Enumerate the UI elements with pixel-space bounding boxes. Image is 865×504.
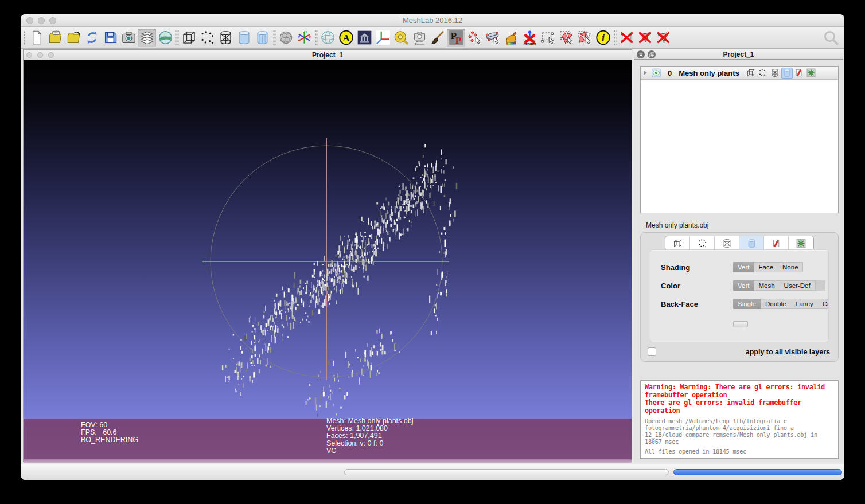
visibility-eye-icon[interactable] xyxy=(650,68,662,78)
layer-redslash-toggle[interactable] xyxy=(793,68,805,79)
corneraxes-icon xyxy=(375,30,391,45)
viewport-scrollbar[interactable] xyxy=(344,469,669,475)
export-mesh-button[interactable] xyxy=(101,29,119,47)
select-connected-button[interactable] xyxy=(575,29,594,47)
render-wireframe-button[interactable] xyxy=(216,29,235,47)
toolbar-separator xyxy=(175,30,179,45)
layer-points-toggle[interactable] xyxy=(757,68,769,79)
render-texture-button[interactable] xyxy=(276,29,295,47)
window-titlebar: MeshLab 2016.12 xyxy=(21,14,844,27)
user-color-swatch[interactable] xyxy=(815,280,825,291)
eye-icon xyxy=(651,68,661,77)
option-vert[interactable]: Vert xyxy=(733,262,754,272)
hud-right-line: VC xyxy=(326,447,413,455)
svg-text:GEOREF: GEOREF xyxy=(523,42,536,45)
show-axes-button[interactable]: YXZ xyxy=(295,29,313,47)
option-double[interactable]: Double xyxy=(761,299,790,309)
render-smooth-button[interactable] xyxy=(235,29,253,47)
gl-canvas[interactable]: FOV: 60FPS: 60.6BO_RENDERING Mesh: Mesh … xyxy=(24,61,632,463)
render-bbox-button[interactable] xyxy=(180,29,198,47)
layer-cube-toggle[interactable] xyxy=(745,68,757,79)
delete-selected-vertices-button[interactable] xyxy=(617,29,636,47)
toolbar-separator xyxy=(613,30,617,45)
rect-selection-button[interactable] xyxy=(539,29,557,47)
apply-all-label: apply to all visible layers xyxy=(746,348,830,356)
show-trackball-button[interactable] xyxy=(318,29,337,47)
dock-titlebar: Project_1 xyxy=(634,49,843,60)
layer-cylsmooth-toggle[interactable] xyxy=(781,68,793,79)
greenstar-icon xyxy=(796,239,806,248)
page-icon xyxy=(29,30,45,45)
option-fancy[interactable]: Fancy xyxy=(790,299,817,309)
svg-text:Y: Y xyxy=(305,30,307,34)
greenstar-icon xyxy=(806,68,816,77)
option-face[interactable]: Face xyxy=(754,262,778,272)
background-image-button[interactable] xyxy=(355,29,373,47)
option-cull[interactable]: Cull xyxy=(818,299,828,309)
tab-solid[interactable] xyxy=(739,236,764,250)
select-faces-button[interactable] xyxy=(557,29,575,47)
tab-points[interactable] xyxy=(690,236,715,250)
tab-wireframe[interactable] xyxy=(715,236,739,250)
dock-scrollbar[interactable] xyxy=(673,469,842,475)
toolbar-separator xyxy=(314,30,318,45)
show-labels-button[interactable]: A xyxy=(337,29,355,47)
tab-bbox[interactable] xyxy=(665,236,690,250)
measure-tool-button[interactable] xyxy=(392,29,410,47)
layer-wirecyl-toggle[interactable] xyxy=(769,68,781,79)
hexmesh-icon xyxy=(278,30,294,45)
svg-text:Z: Z xyxy=(298,36,299,39)
render-points-button[interactable] xyxy=(198,29,216,47)
delete-faces-and-vertices-button[interactable] xyxy=(654,29,672,47)
setting-label: Shading xyxy=(661,263,733,272)
import-mesh-button[interactable] xyxy=(64,29,83,47)
layers-icon xyxy=(139,30,155,45)
option-user-def[interactable]: User-Def xyxy=(780,280,815,291)
trisel2-icon xyxy=(577,30,593,45)
option-none[interactable]: None xyxy=(778,262,803,272)
wirecyl-icon xyxy=(722,239,732,248)
show-layer-dialog-button[interactable] xyxy=(138,29,156,47)
viewport-title: Project_1 xyxy=(24,50,632,60)
search-button[interactable] xyxy=(821,29,841,47)
view-from-button[interactable] xyxy=(373,29,392,47)
pp-start-button[interactable]: PP xyxy=(447,29,465,47)
option-vert[interactable]: Vert xyxy=(733,280,754,291)
backface-color-swatch[interactable] xyxy=(733,321,748,327)
new-document-button[interactable] xyxy=(28,29,46,47)
quality-mapper-button[interactable] xyxy=(502,29,520,47)
raster-alignment-button[interactable]: RasterAlignment xyxy=(410,29,428,47)
log-warning: Warning: Warning: There are gl errors: i… xyxy=(645,384,834,399)
info-icon: i xyxy=(595,30,611,45)
zpaint-tool-button[interactable] xyxy=(428,29,447,47)
points-icon xyxy=(200,30,215,45)
layer-greenstar-toggle[interactable] xyxy=(805,68,817,79)
reload-icon xyxy=(84,30,100,45)
redslash-icon xyxy=(794,68,804,77)
expand-arrow-icon[interactable] xyxy=(644,71,647,75)
option-mesh[interactable]: Mesh xyxy=(754,280,779,291)
layers-panel: 0 Mesh only plants xyxy=(640,66,839,213)
acircle-icon: A xyxy=(338,30,354,45)
render-flat-button[interactable] xyxy=(253,29,271,47)
apply-all-checkbox[interactable] xyxy=(648,347,656,356)
layer-name: Mesh only plants xyxy=(679,69,739,77)
bunny-icon xyxy=(504,30,519,45)
point-picking-button[interactable] xyxy=(465,29,484,47)
hud-left: FOV: 60FPS: 60.6BO_RENDERING xyxy=(81,421,138,444)
log-warning: There are gl errors: invalid framebuffer… xyxy=(645,399,834,415)
option-single[interactable]: Single xyxy=(733,299,761,309)
cylsmooth-icon xyxy=(236,30,252,45)
tab-texture[interactable] xyxy=(764,236,789,250)
plane-fitting-button[interactable] xyxy=(484,29,502,47)
layer-row[interactable]: 0 Mesh only plants xyxy=(641,67,838,80)
mesh-info-button[interactable]: i xyxy=(594,29,612,47)
open-project-button[interactable] xyxy=(46,29,64,47)
reload-mesh-button[interactable] xyxy=(83,29,101,47)
snapshot-button[interactable] xyxy=(119,29,138,47)
show-raster-layers-button[interactable] xyxy=(156,29,174,47)
wirecyl-icon xyxy=(218,30,233,45)
tab-shader[interactable] xyxy=(789,236,813,250)
georef-tool-button[interactable]: GEOREF xyxy=(520,29,539,47)
delete-selected-faces-button[interactable] xyxy=(636,29,654,47)
